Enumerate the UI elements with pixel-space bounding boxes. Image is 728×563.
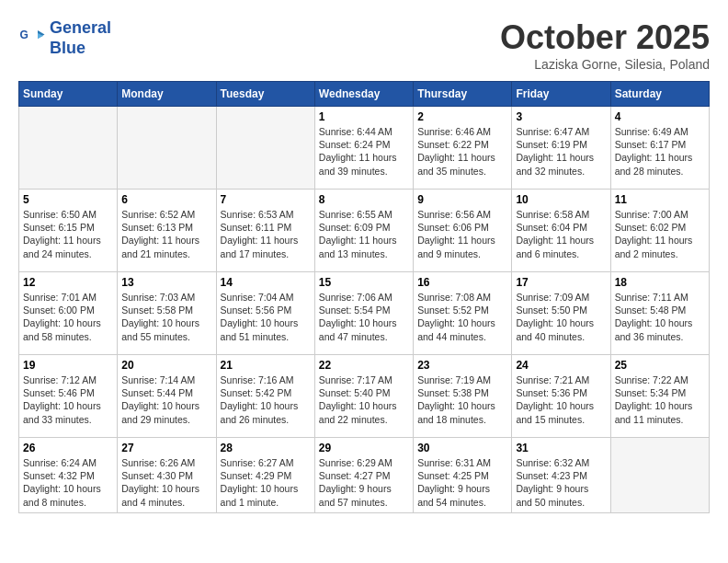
calendar-cell: 10Sunrise: 6:58 AMSunset: 6:04 PMDayligh… (512, 190, 610, 272)
day-number: 8 (319, 193, 409, 206)
day-info: Sunrise: 7:03 AMSunset: 5:58 PMDaylight:… (121, 291, 211, 343)
day-number: 16 (417, 276, 507, 289)
day-info: Sunrise: 7:14 AMSunset: 5:44 PMDaylight:… (121, 373, 211, 426)
day-number: 20 (121, 359, 211, 372)
calendar-week-row: 19Sunrise: 7:12 AMSunset: 5:46 PMDayligh… (19, 355, 710, 438)
day-info: Sunrise: 6:49 AMSunset: 6:17 PMDaylight:… (615, 125, 705, 178)
day-number: 28 (221, 442, 311, 454)
calendar-cell: 15Sunrise: 7:06 AMSunset: 5:54 PMDayligh… (314, 272, 413, 355)
calendar-cell: 28Sunrise: 6:27 AMSunset: 4:29 PMDayligh… (216, 438, 314, 513)
calendar-cell: 31Sunrise: 6:32 AMSunset: 4:23 PMDayligh… (512, 438, 610, 513)
logo-text: General Blue (50, 18, 111, 58)
day-info: Sunrise: 7:00 AMSunset: 6:02 PMDaylight:… (615, 208, 705, 260)
calendar-cell: 22Sunrise: 7:17 AMSunset: 5:40 PMDayligh… (314, 355, 413, 438)
day-info: Sunrise: 6:32 AMSunset: 4:23 PMDaylight:… (516, 456, 606, 509)
day-number: 30 (417, 442, 507, 454)
calendar-cell: 1Sunrise: 6:44 AMSunset: 6:24 PMDaylight… (314, 107, 413, 190)
calendar-cell: 23Sunrise: 7:19 AMSunset: 5:38 PMDayligh… (414, 355, 512, 438)
calendar-cell: 12Sunrise: 7:01 AMSunset: 6:00 PMDayligh… (19, 272, 118, 355)
day-number: 31 (516, 442, 606, 454)
weekday-header-thursday: Thursday (414, 82, 512, 107)
calendar-week-row: 26Sunrise: 6:24 AMSunset: 4:32 PMDayligh… (19, 438, 710, 513)
calendar-cell: 6Sunrise: 6:52 AMSunset: 6:13 PMDaylight… (118, 190, 216, 272)
day-info: Sunrise: 6:50 AMSunset: 6:15 PMDaylight:… (23, 208, 113, 260)
day-number: 29 (319, 442, 409, 454)
calendar-cell (19, 107, 118, 190)
day-number: 17 (516, 276, 606, 289)
day-number: 23 (417, 359, 507, 372)
day-number: 27 (121, 442, 211, 454)
calendar-cell: 4Sunrise: 6:49 AMSunset: 6:17 PMDaylight… (610, 107, 709, 190)
weekday-header-monday: Monday (118, 82, 216, 107)
weekday-header-saturday: Saturday (610, 82, 709, 107)
day-info: Sunrise: 6:52 AMSunset: 6:13 PMDaylight:… (121, 208, 211, 260)
day-number: 11 (615, 193, 705, 206)
weekday-header-sunday: Sunday (19, 82, 118, 107)
day-info: Sunrise: 7:04 AMSunset: 5:56 PMDaylight:… (221, 291, 311, 343)
calendar-cell: 21Sunrise: 7:16 AMSunset: 5:42 PMDayligh… (216, 355, 314, 438)
day-number: 13 (121, 276, 211, 289)
day-info: Sunrise: 6:44 AMSunset: 6:24 PMDaylight:… (319, 125, 409, 178)
day-info: Sunrise: 6:29 AMSunset: 4:27 PMDaylight:… (319, 456, 409, 509)
calendar-cell: 25Sunrise: 7:22 AMSunset: 5:34 PMDayligh… (610, 355, 709, 438)
calendar-cell: 29Sunrise: 6:29 AMSunset: 4:27 PMDayligh… (314, 438, 413, 513)
day-info: Sunrise: 6:26 AMSunset: 4:30 PMDaylight:… (121, 456, 211, 509)
calendar-cell: 14Sunrise: 7:04 AMSunset: 5:56 PMDayligh… (216, 272, 314, 355)
day-info: Sunrise: 7:06 AMSunset: 5:54 PMDaylight:… (319, 291, 409, 343)
calendar-cell: 3Sunrise: 6:47 AMSunset: 6:19 PMDaylight… (512, 107, 610, 190)
day-info: Sunrise: 6:24 AMSunset: 4:32 PMDaylight:… (23, 456, 113, 509)
day-info: Sunrise: 7:09 AMSunset: 5:50 PMDaylight:… (516, 291, 606, 343)
day-info: Sunrise: 6:55 AMSunset: 6:09 PMDaylight:… (319, 208, 409, 260)
weekday-header-wednesday: Wednesday (314, 82, 413, 107)
month-title: October 2025 (500, 18, 710, 57)
day-number: 1 (319, 110, 409, 123)
calendar-cell: 27Sunrise: 6:26 AMSunset: 4:30 PMDayligh… (118, 438, 216, 513)
day-number: 12 (23, 276, 113, 289)
day-info: Sunrise: 7:17 AMSunset: 5:40 PMDaylight:… (319, 373, 409, 426)
day-number: 15 (319, 276, 409, 289)
calendar-cell: 5Sunrise: 6:50 AMSunset: 6:15 PMDaylight… (19, 190, 118, 272)
day-number: 3 (516, 110, 606, 123)
calendar-cell (216, 107, 314, 190)
calendar-cell: 7Sunrise: 6:53 AMSunset: 6:11 PMDaylight… (216, 190, 314, 272)
calendar-cell: 24Sunrise: 7:21 AMSunset: 5:36 PMDayligh… (512, 355, 610, 438)
day-info: Sunrise: 6:27 AMSunset: 4:29 PMDaylight:… (221, 456, 311, 509)
calendar-week-row: 1Sunrise: 6:44 AMSunset: 6:24 PMDaylight… (19, 107, 710, 190)
day-info: Sunrise: 7:12 AMSunset: 5:46 PMDaylight:… (23, 373, 113, 426)
calendar-cell: 26Sunrise: 6:24 AMSunset: 4:32 PMDayligh… (19, 438, 118, 513)
day-info: Sunrise: 7:21 AMSunset: 5:36 PMDaylight:… (516, 373, 606, 426)
calendar-week-row: 5Sunrise: 6:50 AMSunset: 6:15 PMDaylight… (19, 190, 710, 272)
logo-line1: General (50, 18, 111, 37)
calendar-cell: 20Sunrise: 7:14 AMSunset: 5:44 PMDayligh… (118, 355, 216, 438)
day-number: 25 (615, 359, 705, 372)
calendar-cell: 19Sunrise: 7:12 AMSunset: 5:46 PMDayligh… (19, 355, 118, 438)
calendar-cell (610, 438, 709, 513)
logo-icon: G (18, 25, 46, 52)
calendar-cell: 11Sunrise: 7:00 AMSunset: 6:02 PMDayligh… (610, 190, 709, 272)
day-info: Sunrise: 7:11 AMSunset: 5:48 PMDaylight:… (615, 291, 705, 343)
logo-line2: Blue (50, 39, 85, 57)
day-info: Sunrise: 7:22 AMSunset: 5:34 PMDaylight:… (615, 373, 705, 426)
calendar-cell (118, 107, 216, 190)
calendar-cell: 13Sunrise: 7:03 AMSunset: 5:58 PMDayligh… (118, 272, 216, 355)
calendar-cell: 17Sunrise: 7:09 AMSunset: 5:50 PMDayligh… (512, 272, 610, 355)
day-number: 7 (221, 193, 311, 206)
svg-text:G: G (20, 29, 28, 41)
day-number: 5 (23, 193, 113, 206)
calendar-cell: 18Sunrise: 7:11 AMSunset: 5:48 PMDayligh… (610, 272, 709, 355)
day-number: 21 (221, 359, 311, 372)
day-number: 19 (23, 359, 113, 372)
weekday-header-friday: Friday (512, 82, 610, 107)
day-number: 6 (121, 193, 211, 206)
day-number: 24 (516, 359, 606, 372)
day-info: Sunrise: 6:31 AMSunset: 4:25 PMDaylight:… (417, 456, 507, 509)
day-info: Sunrise: 6:58 AMSunset: 6:04 PMDaylight:… (516, 208, 606, 260)
day-info: Sunrise: 6:56 AMSunset: 6:06 PMDaylight:… (417, 208, 507, 260)
day-info: Sunrise: 6:53 AMSunset: 6:11 PMDaylight:… (221, 208, 311, 260)
day-info: Sunrise: 7:19 AMSunset: 5:38 PMDaylight:… (417, 373, 507, 426)
day-info: Sunrise: 6:46 AMSunset: 6:22 PMDaylight:… (417, 125, 507, 178)
day-info: Sunrise: 7:08 AMSunset: 5:52 PMDaylight:… (417, 291, 507, 343)
calendar-cell: 9Sunrise: 6:56 AMSunset: 6:06 PMDaylight… (414, 190, 512, 272)
day-number: 22 (319, 359, 409, 372)
calendar-cell: 2Sunrise: 6:46 AMSunset: 6:22 PMDaylight… (414, 107, 512, 190)
